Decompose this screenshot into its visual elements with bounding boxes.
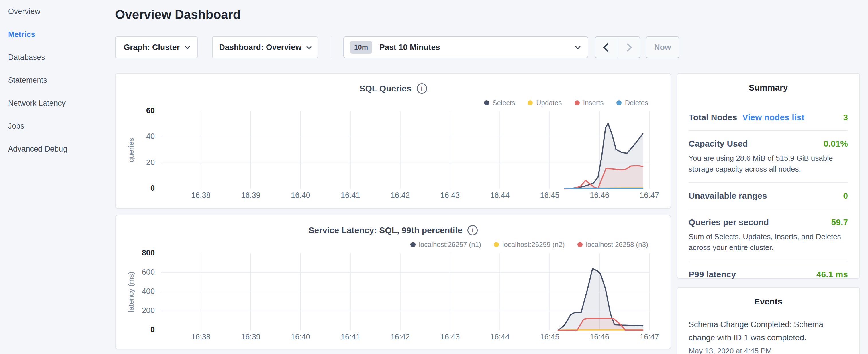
legend-dot-icon bbox=[494, 242, 499, 247]
summary-body: Total NodesView nodes list3Capacity Used… bbox=[677, 104, 859, 287]
svg-text:16:45: 16:45 bbox=[540, 191, 559, 200]
svg-text:600: 600 bbox=[142, 268, 155, 277]
toolbar-divider bbox=[332, 36, 332, 58]
legend-dot-icon bbox=[575, 100, 580, 105]
svg-text:0: 0 bbox=[150, 325, 155, 334]
event-text: Schema Change Completed: Schema change w… bbox=[689, 318, 848, 344]
summary-row-label: Unavailable ranges bbox=[689, 191, 767, 201]
legend-item-localhost-26259-n2-: localhost:26259 (n2) bbox=[494, 240, 564, 249]
summary-row-label: Total Nodes bbox=[689, 112, 737, 122]
svg-text:16:46: 16:46 bbox=[590, 332, 609, 341]
legend-item-inserts: Inserts bbox=[575, 99, 604, 107]
svg-text:16:47: 16:47 bbox=[640, 191, 659, 200]
event-timestamp: May 13, 2020 at 4:45 PM bbox=[689, 347, 848, 354]
legend-label: localhost:26257 (n1) bbox=[419, 240, 481, 249]
summary-row-label: Queries per second bbox=[689, 217, 769, 227]
summary-row-value: 3 bbox=[843, 112, 848, 122]
svg-text:16:39: 16:39 bbox=[241, 332, 260, 341]
svg-text:16:41: 16:41 bbox=[341, 191, 360, 200]
svg-text:16:41: 16:41 bbox=[341, 332, 360, 341]
events-panel: Events Schema Change Completed: Schema c… bbox=[677, 287, 860, 354]
legend-item-updates: Updates bbox=[528, 99, 562, 107]
summary-row-total-nodes: Total NodesView nodes list3 bbox=[689, 104, 848, 131]
service-latency-chart-card: 020040060080016:3816:3916:4016:4116:4216… bbox=[115, 215, 671, 349]
legend-label: localhost:26258 (n3) bbox=[586, 240, 648, 249]
events-body: Schema Change Completed: Schema change w… bbox=[677, 318, 859, 354]
svg-text:16:47: 16:47 bbox=[640, 332, 659, 341]
sidebar-item-network-latency[interactable]: Network Latency bbox=[0, 92, 115, 115]
time-range-select[interactable]: 10m Past 10 Minutes bbox=[343, 36, 588, 58]
legend-item-localhost-26257-n1-: localhost:26257 (n1) bbox=[410, 240, 481, 249]
svg-text:latency (ms): latency (ms) bbox=[127, 271, 135, 312]
svg-text:40: 40 bbox=[146, 132, 155, 141]
dashboard-dropdown[interactable]: Dashboard: Overview bbox=[212, 36, 318, 58]
sidebar-item-metrics[interactable]: Metrics bbox=[0, 23, 115, 46]
legend-label: localhost:26259 (n2) bbox=[502, 240, 564, 249]
legend-label: Deletes bbox=[625, 99, 648, 107]
legend-item-deletes: Deletes bbox=[616, 99, 648, 107]
page-title: Overview Dashboard bbox=[115, 7, 241, 22]
sidebar-item-overview[interactable]: Overview bbox=[0, 0, 115, 23]
chevron-right-icon bbox=[624, 43, 632, 52]
legend-item-selects: Selects bbox=[484, 99, 515, 107]
summary-row-capacity-used: Capacity Used0.01%You are using 28.6 MiB… bbox=[689, 131, 848, 183]
summary-row-queries-per-second: Queries per second59.7Sum of Selects, Up… bbox=[689, 210, 848, 261]
legend-label: Inserts bbox=[583, 99, 604, 107]
summary-panel: Summary Total NodesView nodes list3Capac… bbox=[677, 73, 860, 279]
now-button[interactable]: Now bbox=[646, 36, 679, 58]
svg-text:16:42: 16:42 bbox=[391, 332, 410, 341]
svg-text:16:38: 16:38 bbox=[191, 191, 211, 200]
legend-dot-icon bbox=[616, 100, 622, 105]
graph-dropdown-label: Graph: Cluster bbox=[124, 43, 180, 52]
svg-text:16:43: 16:43 bbox=[440, 332, 460, 341]
summary-row-p99-latency: P99 latency46.1 ms bbox=[689, 261, 848, 287]
info-icon[interactable]: i bbox=[467, 225, 478, 235]
summary-row-value: 46.1 ms bbox=[816, 269, 848, 279]
summary-title: Summary bbox=[677, 74, 859, 93]
sql-queries-chart-plot[interactable]: 020406016:3816:3916:4016:4116:4216:4316:… bbox=[116, 74, 671, 208]
time-range-badge: 10m bbox=[350, 41, 372, 54]
legend-dot-icon bbox=[528, 100, 533, 105]
summary-row-description: You are using 28.6 MiB of 515.9 GiB usab… bbox=[689, 153, 848, 174]
legend-dot-icon bbox=[484, 100, 489, 105]
legend-label: Selects bbox=[493, 99, 515, 107]
time-next-button[interactable] bbox=[618, 37, 640, 58]
svg-text:800: 800 bbox=[142, 249, 155, 257]
chart-title: SQL Queries bbox=[359, 84, 411, 93]
time-prev-button[interactable] bbox=[595, 37, 618, 58]
sidebar-item-jobs[interactable]: Jobs bbox=[0, 115, 115, 137]
legend-dot-icon bbox=[578, 242, 583, 247]
svg-text:16:40: 16:40 bbox=[291, 191, 310, 200]
summary-row-label: P99 latency bbox=[689, 269, 736, 279]
chevron-down-icon bbox=[575, 44, 580, 49]
time-range-label: Past 10 Minutes bbox=[379, 43, 576, 52]
summary-row-value: 0.01% bbox=[824, 139, 848, 149]
svg-text:16:43: 16:43 bbox=[440, 191, 460, 200]
summary-row-value: 59.7 bbox=[831, 217, 848, 227]
svg-text:16:39: 16:39 bbox=[241, 191, 260, 200]
sidebar: OverviewMetricsDatabasesStatementsNetwor… bbox=[0, 0, 115, 354]
info-icon[interactable]: i bbox=[417, 83, 427, 94]
svg-text:16:44: 16:44 bbox=[490, 191, 510, 200]
graph-dropdown[interactable]: Graph: Cluster bbox=[115, 36, 198, 58]
sidebar-item-statements[interactable]: Statements bbox=[0, 69, 115, 92]
chart-title: Service Latency: SQL, 99th percentile bbox=[309, 225, 463, 235]
chevron-down-icon bbox=[185, 44, 190, 49]
events-title: Events bbox=[677, 288, 859, 307]
chevron-down-icon bbox=[307, 44, 312, 49]
sidebar-item-databases[interactable]: Databases bbox=[0, 46, 115, 69]
time-step-buttons bbox=[595, 36, 641, 58]
legend-label: Updates bbox=[536, 99, 562, 107]
svg-text:0: 0 bbox=[150, 184, 155, 192]
svg-text:16:40: 16:40 bbox=[291, 332, 310, 341]
svg-text:16:45: 16:45 bbox=[540, 332, 559, 341]
view-nodes-list-link[interactable]: View nodes list bbox=[742, 112, 804, 122]
svg-text:16:42: 16:42 bbox=[391, 191, 410, 200]
summary-row-value: 0 bbox=[843, 191, 848, 201]
svg-text:16:38: 16:38 bbox=[191, 332, 211, 341]
dashboard-dropdown-label: Dashboard: Overview bbox=[219, 43, 302, 52]
legend-item-localhost-26258-n3-: localhost:26258 (n3) bbox=[578, 240, 648, 249]
svg-text:16:46: 16:46 bbox=[590, 191, 609, 200]
sidebar-item-advanced-debug[interactable]: Advanced Debug bbox=[0, 137, 115, 160]
summary-row-unavailable-ranges: Unavailable ranges0 bbox=[689, 183, 848, 210]
